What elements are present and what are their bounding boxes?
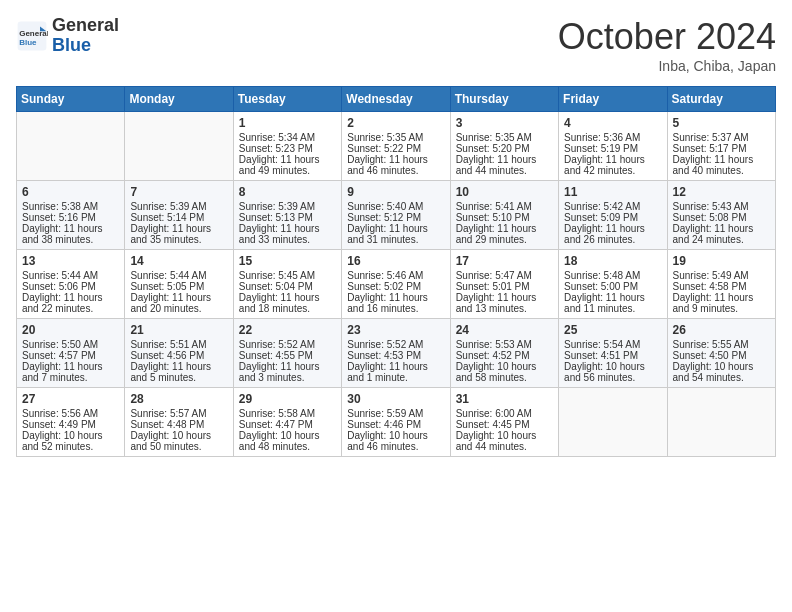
day-number: 11: [564, 185, 661, 199]
sunrise-text: Sunrise: 5:37 AM: [673, 132, 770, 143]
day-number: 20: [22, 323, 119, 337]
sunrise-text: Sunrise: 5:50 AM: [22, 339, 119, 350]
day-number: 29: [239, 392, 336, 406]
day-number: 14: [130, 254, 227, 268]
sunrise-text: Sunrise: 5:40 AM: [347, 201, 444, 212]
weekday-header-tuesday: Tuesday: [233, 87, 341, 112]
sunset-text: Sunset: 5:09 PM: [564, 212, 661, 223]
calendar-cell: 14Sunrise: 5:44 AMSunset: 5:05 PMDayligh…: [125, 250, 233, 319]
calendar-cell: 22Sunrise: 5:52 AMSunset: 4:55 PMDayligh…: [233, 319, 341, 388]
sunset-text: Sunset: 4:49 PM: [22, 419, 119, 430]
sunrise-text: Sunrise: 5:44 AM: [130, 270, 227, 281]
logo: General Blue GeneralBlue: [16, 16, 119, 56]
sunset-text: Sunset: 5:08 PM: [673, 212, 770, 223]
sunrise-text: Sunrise: 5:52 AM: [347, 339, 444, 350]
sunrise-text: Sunrise: 5:35 AM: [456, 132, 553, 143]
sunrise-text: Sunrise: 6:00 AM: [456, 408, 553, 419]
day-number: 6: [22, 185, 119, 199]
sunset-text: Sunset: 5:19 PM: [564, 143, 661, 154]
daylight-text: Daylight: 11 hours and 42 minutes.: [564, 154, 661, 176]
calendar-week-5: 27Sunrise: 5:56 AMSunset: 4:49 PMDayligh…: [17, 388, 776, 457]
calendar-cell: 30Sunrise: 5:59 AMSunset: 4:46 PMDayligh…: [342, 388, 450, 457]
sunset-text: Sunset: 5:01 PM: [456, 281, 553, 292]
calendar-cell: 20Sunrise: 5:50 AMSunset: 4:57 PMDayligh…: [17, 319, 125, 388]
day-number: 25: [564, 323, 661, 337]
calendar-week-2: 6Sunrise: 5:38 AMSunset: 5:16 PMDaylight…: [17, 181, 776, 250]
calendar-cell: [125, 112, 233, 181]
calendar-cell: 27Sunrise: 5:56 AMSunset: 4:49 PMDayligh…: [17, 388, 125, 457]
weekday-header-saturday: Saturday: [667, 87, 775, 112]
sunrise-text: Sunrise: 5:58 AM: [239, 408, 336, 419]
sunrise-text: Sunrise: 5:34 AM: [239, 132, 336, 143]
sunset-text: Sunset: 4:51 PM: [564, 350, 661, 361]
calendar-table: SundayMondayTuesdayWednesdayThursdayFrid…: [16, 86, 776, 457]
daylight-text: Daylight: 11 hours and 11 minutes.: [564, 292, 661, 314]
sunrise-text: Sunrise: 5:48 AM: [564, 270, 661, 281]
calendar-cell: 3Sunrise: 5:35 AMSunset: 5:20 PMDaylight…: [450, 112, 558, 181]
sunset-text: Sunset: 5:05 PM: [130, 281, 227, 292]
calendar-cell: 12Sunrise: 5:43 AMSunset: 5:08 PMDayligh…: [667, 181, 775, 250]
sunset-text: Sunset: 4:57 PM: [22, 350, 119, 361]
day-number: 9: [347, 185, 444, 199]
daylight-text: Daylight: 10 hours and 46 minutes.: [347, 430, 444, 452]
sunrise-text: Sunrise: 5:35 AM: [347, 132, 444, 143]
sunset-text: Sunset: 5:14 PM: [130, 212, 227, 223]
calendar-cell: 8Sunrise: 5:39 AMSunset: 5:13 PMDaylight…: [233, 181, 341, 250]
weekday-header-sunday: Sunday: [17, 87, 125, 112]
daylight-text: Daylight: 11 hours and 22 minutes.: [22, 292, 119, 314]
daylight-text: Daylight: 11 hours and 24 minutes.: [673, 223, 770, 245]
daylight-text: Daylight: 11 hours and 35 minutes.: [130, 223, 227, 245]
calendar-cell: 17Sunrise: 5:47 AMSunset: 5:01 PMDayligh…: [450, 250, 558, 319]
daylight-text: Daylight: 10 hours and 56 minutes.: [564, 361, 661, 383]
day-number: 24: [456, 323, 553, 337]
sunrise-text: Sunrise: 5:38 AM: [22, 201, 119, 212]
calendar-cell: 13Sunrise: 5:44 AMSunset: 5:06 PMDayligh…: [17, 250, 125, 319]
daylight-text: Daylight: 10 hours and 48 minutes.: [239, 430, 336, 452]
sunrise-text: Sunrise: 5:56 AM: [22, 408, 119, 419]
calendar-cell: 10Sunrise: 5:41 AMSunset: 5:10 PMDayligh…: [450, 181, 558, 250]
location: Inba, Chiba, Japan: [558, 58, 776, 74]
sunrise-text: Sunrise: 5:47 AM: [456, 270, 553, 281]
sunset-text: Sunset: 4:45 PM: [456, 419, 553, 430]
daylight-text: Daylight: 11 hours and 5 minutes.: [130, 361, 227, 383]
calendar-cell: [559, 388, 667, 457]
sunrise-text: Sunrise: 5:43 AM: [673, 201, 770, 212]
day-number: 27: [22, 392, 119, 406]
sunset-text: Sunset: 4:53 PM: [347, 350, 444, 361]
daylight-text: Daylight: 11 hours and 46 minutes.: [347, 154, 444, 176]
day-number: 30: [347, 392, 444, 406]
sunset-text: Sunset: 5:00 PM: [564, 281, 661, 292]
sunset-text: Sunset: 4:47 PM: [239, 419, 336, 430]
calendar-cell: 6Sunrise: 5:38 AMSunset: 5:16 PMDaylight…: [17, 181, 125, 250]
sunrise-text: Sunrise: 5:55 AM: [673, 339, 770, 350]
sunset-text: Sunset: 4:46 PM: [347, 419, 444, 430]
daylight-text: Daylight: 11 hours and 38 minutes.: [22, 223, 119, 245]
sunrise-text: Sunrise: 5:54 AM: [564, 339, 661, 350]
daylight-text: Daylight: 11 hours and 9 minutes.: [673, 292, 770, 314]
sunset-text: Sunset: 5:17 PM: [673, 143, 770, 154]
calendar-cell: 18Sunrise: 5:48 AMSunset: 5:00 PMDayligh…: [559, 250, 667, 319]
sunrise-text: Sunrise: 5:53 AM: [456, 339, 553, 350]
calendar-cell: 1Sunrise: 5:34 AMSunset: 5:23 PMDaylight…: [233, 112, 341, 181]
calendar-cell: 31Sunrise: 6:00 AMSunset: 4:45 PMDayligh…: [450, 388, 558, 457]
calendar-week-1: 1Sunrise: 5:34 AMSunset: 5:23 PMDaylight…: [17, 112, 776, 181]
page-header: General Blue GeneralBlue October 2024 In…: [16, 16, 776, 74]
calendar-cell: 29Sunrise: 5:58 AMSunset: 4:47 PMDayligh…: [233, 388, 341, 457]
sunset-text: Sunset: 5:12 PM: [347, 212, 444, 223]
calendar-cell: 21Sunrise: 5:51 AMSunset: 4:56 PMDayligh…: [125, 319, 233, 388]
logo-text: GeneralBlue: [52, 16, 119, 56]
sunrise-text: Sunrise: 5:39 AM: [130, 201, 227, 212]
sunrise-text: Sunrise: 5:39 AM: [239, 201, 336, 212]
sunrise-text: Sunrise: 5:51 AM: [130, 339, 227, 350]
daylight-text: Daylight: 11 hours and 3 minutes.: [239, 361, 336, 383]
sunset-text: Sunset: 4:55 PM: [239, 350, 336, 361]
day-number: 16: [347, 254, 444, 268]
calendar-body: 1Sunrise: 5:34 AMSunset: 5:23 PMDaylight…: [17, 112, 776, 457]
calendar-cell: 11Sunrise: 5:42 AMSunset: 5:09 PMDayligh…: [559, 181, 667, 250]
calendar-cell: [17, 112, 125, 181]
calendar-cell: 25Sunrise: 5:54 AMSunset: 4:51 PMDayligh…: [559, 319, 667, 388]
daylight-text: Daylight: 11 hours and 40 minutes.: [673, 154, 770, 176]
day-number: 28: [130, 392, 227, 406]
sunset-text: Sunset: 5:23 PM: [239, 143, 336, 154]
svg-text:Blue: Blue: [19, 38, 37, 47]
